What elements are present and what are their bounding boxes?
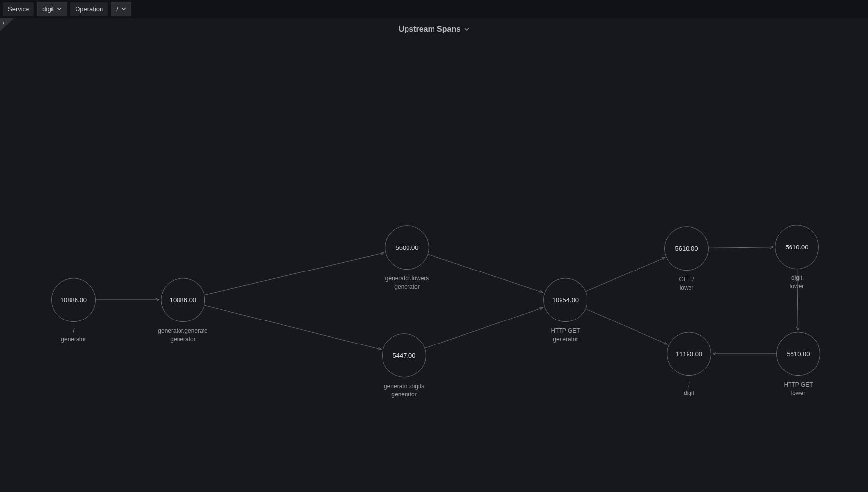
node-value: 5610.00: [664, 226, 709, 271]
node-label: GET /lower: [664, 275, 709, 292]
graph-edge: [428, 254, 543, 293]
service-select-value: digit: [42, 5, 54, 13]
node-value: 5610.00: [775, 225, 819, 269]
node-label: /digit: [667, 381, 711, 397]
graph-edge: [586, 309, 667, 344]
node-value: 5447.00: [382, 333, 426, 377]
operation-label: Operation: [70, 2, 108, 16]
span-graph[interactable]: 10886.00/generator10886.00generator.gene…: [0, 18, 868, 492]
node-label: generator.generategenerator: [158, 327, 207, 344]
node-label: generator.digitsgenerator: [382, 382, 426, 399]
graph-edge: [586, 258, 664, 292]
chevron-down-icon: [121, 6, 126, 11]
graph-node[interactable]: 10886.00/generator: [51, 278, 96, 344]
node-value: 10954.00: [543, 278, 587, 322]
graph-edge: [204, 253, 384, 295]
graph-node[interactable]: 10886.00generator.generategenerator: [158, 278, 207, 344]
graph-edge: [709, 247, 773, 248]
panel: i Upstream Spans 10886.00/generator10886…: [0, 18, 868, 492]
chevron-down-icon: [57, 6, 62, 11]
node-label: generator.lowersgenerator: [385, 274, 429, 291]
node-label: digitlower: [775, 274, 819, 291]
operation-select[interactable]: /: [111, 2, 131, 16]
graph-node[interactable]: 10954.00HTTP GETgenerator: [543, 278, 587, 344]
graph-node[interactable]: 5500.00generator.lowersgenerator: [385, 225, 429, 291]
node-label: /generator: [51, 327, 96, 344]
operation-select-value: /: [116, 5, 118, 13]
graph-node[interactable]: 11190.00/digit: [667, 332, 711, 397]
toolbar: Service digit Operation /: [0, 0, 868, 18]
graph-node[interactable]: 5447.00generator.digitsgenerator: [382, 333, 426, 399]
node-value: 11190.00: [667, 332, 711, 376]
node-value: 5500.00: [385, 225, 429, 270]
graph-edges: [0, 18, 868, 492]
service-label: Service: [3, 2, 34, 16]
node-value: 5610.00: [776, 332, 820, 376]
node-value: 10886.00: [51, 278, 96, 322]
node-label: HTTP GETlower: [776, 381, 820, 397]
node-label: HTTP GETgenerator: [543, 327, 587, 344]
graph-edge: [425, 308, 543, 348]
service-select[interactable]: digit: [37, 2, 67, 16]
graph-edge: [204, 305, 382, 349]
graph-node[interactable]: 5610.00digitlower: [775, 225, 819, 291]
node-value: 10886.00: [161, 278, 205, 322]
graph-node[interactable]: 5610.00HTTP GETlower: [776, 332, 820, 397]
graph-node[interactable]: 5610.00GET /lower: [664, 226, 709, 292]
